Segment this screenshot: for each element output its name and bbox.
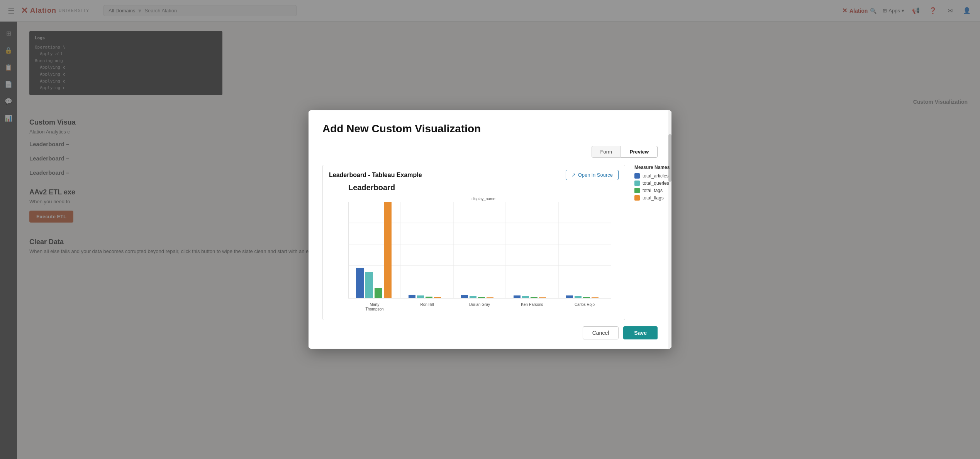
bar-ken-tags bbox=[531, 297, 537, 298]
svg-text:Dorian Gray: Dorian Gray bbox=[469, 302, 490, 307]
modal: Add New Custom Visualization Form Previe… bbox=[309, 110, 671, 349]
bar-marty-tags bbox=[375, 288, 382, 298]
bar-dorian-queries bbox=[470, 296, 476, 298]
preview-area: Leaderboard - Tableau Example ↗ Open in … bbox=[322, 165, 658, 320]
bar-marty-flags bbox=[384, 202, 392, 298]
legend-box: Measure Names total_articles total_queri… bbox=[634, 165, 671, 202]
legend-color-tags bbox=[634, 188, 640, 193]
chart-container: Leaderboard - Tableau Example ↗ Open in … bbox=[322, 165, 625, 320]
bar-chart: Leaderboard display_name bbox=[329, 183, 619, 315]
chart-svg: 150 200 250 bbox=[348, 202, 619, 314]
modal-footer: Cancel Save bbox=[309, 320, 671, 349]
legend-color-articles bbox=[634, 173, 640, 179]
bar-ron-tags bbox=[426, 297, 432, 298]
bar-carlos-flags bbox=[592, 297, 599, 298]
legend-label-tags: total_tags bbox=[643, 188, 663, 193]
bar-dorian-flags bbox=[487, 297, 493, 298]
legend-item-tags: total_tags bbox=[634, 188, 671, 193]
bar-chart-title: Leaderboard bbox=[329, 183, 619, 192]
bar-marty-articles bbox=[356, 268, 364, 298]
bar-ken-flags bbox=[539, 297, 546, 298]
legend-title: Measure Names bbox=[634, 165, 671, 170]
x-axis-label: display_name bbox=[329, 197, 619, 201]
legend-label-queries: total_queries bbox=[643, 181, 669, 186]
bar-carlos-queries bbox=[575, 296, 582, 298]
open-in-source-button[interactable]: ↗ Open in Source bbox=[566, 170, 619, 180]
svg-text:Ron Hill: Ron Hill bbox=[420, 302, 434, 307]
svg-text:Marty: Marty bbox=[370, 302, 380, 307]
bar-dorian-articles bbox=[461, 295, 468, 298]
view-tabs: Form Preview bbox=[322, 146, 658, 158]
bar-ron-articles bbox=[409, 295, 415, 298]
svg-text:Ken Parsons: Ken Parsons bbox=[521, 302, 543, 307]
legend-color-queries bbox=[634, 181, 640, 186]
bar-ken-queries bbox=[522, 296, 529, 298]
bar-ken-articles bbox=[514, 295, 521, 298]
modal-header: Add New Custom Visualization bbox=[309, 110, 671, 141]
modal-body: Form Preview Leaderboard - Tableau Examp… bbox=[309, 141, 671, 320]
bar-ron-flags bbox=[434, 297, 441, 298]
bar-carlos-tags bbox=[583, 297, 590, 298]
legend-color-flags bbox=[634, 195, 640, 201]
bar-marty-queries bbox=[365, 272, 373, 298]
legend-item-queries: total_queries bbox=[634, 181, 671, 186]
open-in-source-label: Open in Source bbox=[578, 172, 613, 178]
svg-text:Thompson: Thompson bbox=[365, 307, 383, 311]
svg-text:Carlos Rojo: Carlos Rojo bbox=[575, 302, 595, 307]
bar-carlos-articles bbox=[566, 295, 573, 298]
form-tab[interactable]: Form bbox=[592, 146, 621, 158]
legend-item-flags: total_flags bbox=[634, 195, 671, 201]
modal-overlay: Add New Custom Visualization Form Previe… bbox=[0, 0, 980, 459]
external-link-icon: ↗ bbox=[571, 172, 576, 178]
bar-dorian-tags bbox=[478, 297, 485, 298]
bar-ron-queries bbox=[417, 295, 424, 298]
save-button[interactable]: Save bbox=[623, 326, 658, 339]
preview-tab[interactable]: Preview bbox=[621, 146, 658, 158]
chart-title-row: Leaderboard - Tableau Example ↗ Open in … bbox=[329, 170, 619, 180]
chart-section-title: Leaderboard - Tableau Example bbox=[329, 172, 422, 179]
legend-item-articles: total_articles bbox=[634, 173, 671, 179]
legend-label-articles: total_articles bbox=[643, 173, 668, 179]
legend-label-flags: total_flags bbox=[643, 195, 664, 201]
modal-title: Add New Custom Visualization bbox=[322, 123, 658, 135]
cancel-button[interactable]: Cancel bbox=[583, 326, 619, 339]
